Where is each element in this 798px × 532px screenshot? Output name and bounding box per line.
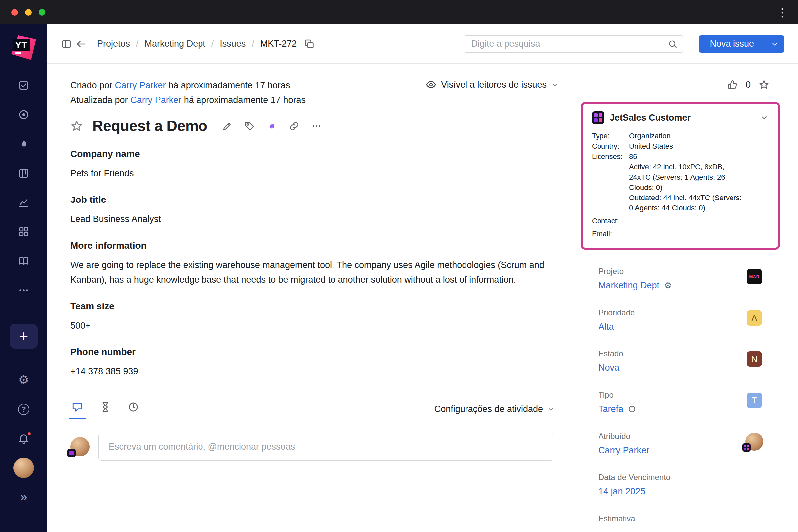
new-issue-button[interactable]: Nova issue <box>699 35 765 53</box>
breadcrumb-marketing-dept[interactable]: Marketing Dept <box>145 39 206 49</box>
sidebar-item-reports[interactable] <box>0 188 47 217</box>
breadcrumb-projetos[interactable]: Projetos <box>97 39 130 49</box>
search-icon[interactable] <box>668 39 677 49</box>
due-date-value[interactable]: 14 jan 2025 <box>598 486 645 497</box>
issue-meta: Criado por Carry Parker há aproximadamen… <box>71 78 306 108</box>
tab-comments[interactable] <box>71 399 84 419</box>
sidebar-item-help[interactable]: ? <box>0 395 47 424</box>
description-field-value: 500+ <box>71 318 554 333</box>
favorite-button[interactable] <box>759 79 770 90</box>
minimize-window-button[interactable] <box>25 9 32 16</box>
description-field-label: Phone number <box>71 345 558 359</box>
project-value[interactable]: Marketing Dept <box>598 280 659 291</box>
left-sidebar: YT + ⚙ ? <box>0 24 47 532</box>
type-info-button[interactable] <box>628 405 636 413</box>
field-due-date: Data de Vencimento 14 jan 2025 <box>598 473 777 497</box>
breadcrumb-issue-id[interactable]: MKT-272 <box>260 39 297 49</box>
sidebar-item-settings[interactable]: ⚙ <box>0 365 47 395</box>
description-field-label: Job title <box>71 193 558 207</box>
search-input[interactable] <box>471 39 668 49</box>
sidebar-item-notifications[interactable] <box>0 424 47 453</box>
visibility-dropdown[interactable]: Visível a leitores de issues <box>425 79 558 90</box>
field-label: Estimativa <box>598 514 777 524</box>
copy-icon <box>304 39 315 49</box>
issue-title-actions <box>222 121 322 131</box>
assignee-value[interactable]: Carry Parker <box>598 444 649 456</box>
grid-icon <box>18 226 29 238</box>
updated-author-link[interactable]: Carry Parker <box>130 95 181 105</box>
ai-assistant-button[interactable] <box>267 121 277 131</box>
copy-issue-id-button[interactable] <box>304 39 315 49</box>
panel-toggle-button[interactable] <box>61 39 72 49</box>
sidebar-toggle-icon <box>61 39 72 49</box>
jetsales-app-icon <box>592 111 605 124</box>
customer-row-label: Licenses: <box>592 151 629 213</box>
back-arrow-icon <box>76 39 87 49</box>
copy-link-button[interactable] <box>289 121 299 131</box>
tab-history[interactable] <box>98 399 112 419</box>
thumbs-up-icon <box>727 79 738 90</box>
star-issue-button[interactable] <box>71 120 83 132</box>
more-actions-button[interactable] <box>311 121 322 131</box>
user-avatar <box>13 457 34 478</box>
field-project: Projeto Marketing Dept ⚙ MAR <box>598 266 777 291</box>
clock-icon <box>128 401 139 413</box>
like-button[interactable] <box>727 79 738 90</box>
new-issue-dropdown-button[interactable] <box>765 35 784 53</box>
youtrack-logo[interactable]: YT <box>11 35 37 60</box>
customer-row-email: Email: <box>592 229 769 239</box>
visibility-label: Visível a leitores de issues <box>441 80 547 90</box>
customer-row-type: Type: Organization <box>592 131 769 141</box>
customer-row-value <box>629 216 743 226</box>
customer-card-collapse-button[interactable] <box>760 113 769 122</box>
breadcrumb-issues[interactable]: Issues <box>220 39 246 49</box>
ellipsis-icon <box>18 285 29 296</box>
breadcrumb: Projetos / Marketing Dept / Issues / MKT… <box>97 39 315 49</box>
jetsales-app-badge-icon <box>742 443 751 452</box>
gear-icon: ⚙ <box>18 373 29 387</box>
type-badge: T <box>747 393 762 408</box>
issue-content: Criado por Carry Parker há aproximadamen… <box>47 63 578 532</box>
likes-row: 0 <box>578 79 798 91</box>
sidebar-item-apps[interactable] <box>0 217 47 246</box>
chevron-down-icon <box>760 113 769 122</box>
jetsales-customer-header[interactable]: JetSales Customer <box>592 111 769 124</box>
search-box <box>463 35 683 53</box>
create-button[interactable]: + <box>10 324 38 349</box>
comment-input[interactable] <box>98 433 554 460</box>
licenses-total: 86 <box>629 152 637 160</box>
edit-issue-button[interactable] <box>222 121 232 131</box>
close-window-button[interactable] <box>11 9 18 16</box>
state-value[interactable]: Nova <box>598 362 620 374</box>
customer-row-value <box>629 229 743 239</box>
sidebar-item-boards[interactable] <box>0 158 47 188</box>
zoom-window-button[interactable] <box>39 9 45 16</box>
hourglass-icon <box>100 401 111 413</box>
sidebar-item-profile[interactable] <box>0 453 47 482</box>
sidebar-item-spiral[interactable] <box>0 129 47 158</box>
project-settings-gear-icon[interactable]: ⚙ <box>664 281 672 290</box>
browser-menu-icon[interactable]: ⋮ <box>777 7 788 18</box>
created-author-link[interactable]: Carry Parker <box>115 80 166 91</box>
customer-row-label: Type: <box>592 131 629 141</box>
add-tag-button[interactable] <box>244 121 255 131</box>
type-value[interactable]: Tarefa <box>598 403 624 415</box>
sidebar-item-more[interactable] <box>0 276 47 305</box>
link-icon <box>289 121 299 131</box>
sidebar-item-knowledge-base[interactable] <box>0 246 47 276</box>
back-button[interactable] <box>76 39 87 49</box>
eye-icon <box>425 79 436 90</box>
jetsales-app-badge-icon <box>68 449 76 457</box>
customer-row-label: Country: <box>592 141 629 151</box>
activity-settings-dropdown[interactable]: Configurações de atividade <box>434 404 554 414</box>
created-suffix: há aproximadamente 17 horas <box>168 80 290 91</box>
sidebar-item-target[interactable] <box>0 100 47 129</box>
sidebar-item-tasks[interactable] <box>0 71 47 100</box>
sidebar-expand-button[interactable]: » <box>0 482 47 512</box>
description-field-value: We are going to replace the existing war… <box>71 258 554 287</box>
chart-icon <box>18 197 29 208</box>
tab-time[interactable] <box>126 399 140 419</box>
notification-badge <box>26 431 32 436</box>
customer-row-country: Country: United States <box>592 141 769 151</box>
priority-value[interactable]: Alta <box>598 321 614 332</box>
